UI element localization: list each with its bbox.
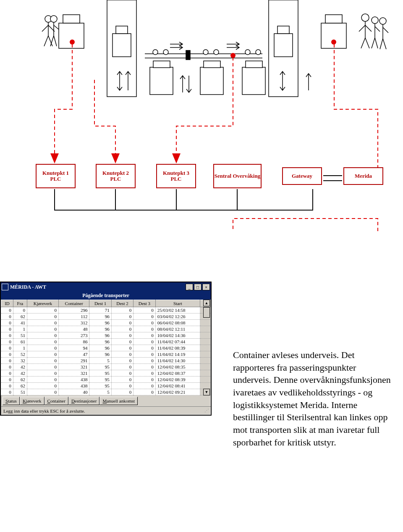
node-label: Merida [355,173,372,179]
svg-point-9 [379,18,386,24]
svg-point-24 [256,50,261,55]
svg-point-7 [361,14,369,21]
system-diagram: Knutepkt 1 PLC Knutepkt 2 PLC Knutepkt 3… [0,0,403,231]
svg-rect-12 [113,34,131,57]
node-merida: Merida [343,167,383,185]
svg-rect-15 [274,34,293,57]
svg-rect-32 [186,50,190,60]
svg-rect-1 [63,15,80,23]
svg-point-22 [214,50,219,55]
node-label: Sentral Overvåking [215,173,260,179]
svg-point-23 [245,50,250,55]
node-label: Gateway [292,173,312,179]
node-label: Knutepkt 1 PLC [37,170,75,182]
svg-rect-6 [325,15,342,23]
svg-point-20 [163,50,168,55]
svg-point-3 [50,16,57,22]
node-label: Knutepkt 3 PLC [157,170,195,182]
node-gateway: Gateway [282,167,322,185]
svg-rect-29 [242,67,265,95]
svg-point-8 [372,17,378,24]
svg-rect-30 [246,61,262,68]
node-knutepkt1: Knutepkt 1 PLC [36,164,76,188]
svg-rect-13 [116,26,128,34]
svg-rect-0 [59,23,84,48]
diagram-lines [0,0,403,231]
node-label: Knutepkt 2 PLC [97,170,135,182]
svg-rect-27 [200,67,223,95]
svg-rect-16 [277,26,289,34]
svg-rect-25 [150,67,173,95]
node-knutepkt2: Knutepkt 2 PLC [96,164,136,188]
node-knutepkt3: Knutepkt 3 PLC [156,164,196,188]
svg-point-4 [70,40,75,45]
svg-point-19 [153,50,158,55]
svg-point-21 [203,50,208,55]
svg-point-10 [331,40,336,45]
svg-rect-28 [204,61,220,68]
node-sentral: Sentral Overvåking [213,164,262,188]
svg-rect-26 [153,61,170,68]
